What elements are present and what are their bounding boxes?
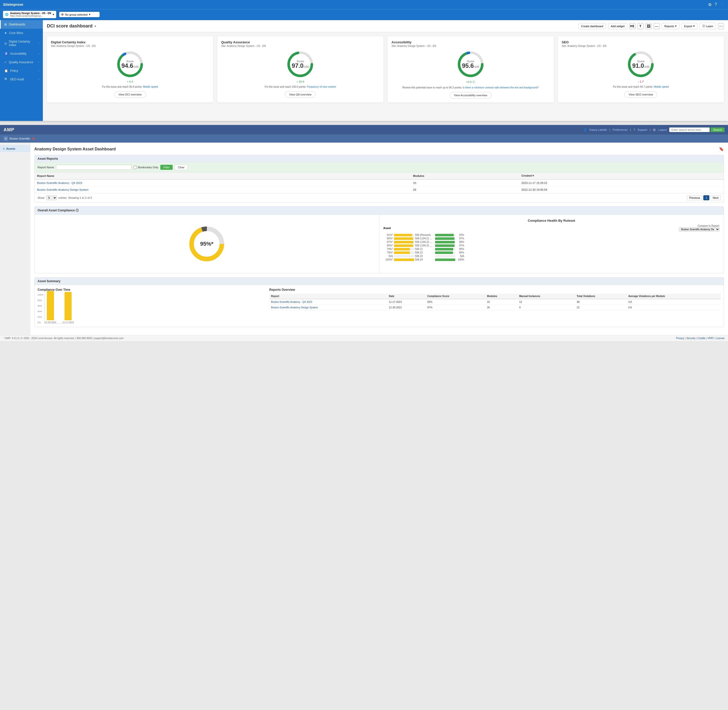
seo-score-label: Score 91.0/100 xyxy=(632,60,649,69)
bars-area: 12-30-2022 11-17-2023 xyxy=(44,293,74,324)
compliance-over-time: Compliance Over Time 100% 80% 60% 40% 20… xyxy=(35,285,266,327)
vpat-link[interactable]: VPAT xyxy=(707,337,713,340)
sidebar-item-qa[interactable]: ✓ Quality Assurance › xyxy=(0,58,43,66)
assets-icon: ≡ xyxy=(3,147,4,150)
accessibility-score-delta: +0.0 ⓘ xyxy=(466,80,475,84)
accessibility-card-site: Site: Anatomy Design System - US - EN xyxy=(391,45,436,47)
more-button[interactable]: ⋯ xyxy=(718,23,724,29)
t-button[interactable]: T xyxy=(637,23,644,29)
dci-card-title: Digital Certainty Index xyxy=(51,40,85,44)
settings-icon[interactable]: ⚙ xyxy=(708,2,712,7)
asset-summary-header: Asset Summary xyxy=(35,278,724,285)
seo-hint-link[interactable]: Mobile speed xyxy=(654,85,669,88)
filter-button[interactable]: Filter xyxy=(160,165,172,170)
amp-footer: * AMP: 9.51.0 | © 2005 - 2024 Level Acce… xyxy=(0,335,728,341)
assets-label: Assets xyxy=(6,147,15,150)
group-icon: ⊞ xyxy=(61,13,63,16)
compliance-info-icon[interactable]: ⓘ xyxy=(76,208,79,212)
user-icon[interactable]: 👤 xyxy=(720,2,725,7)
report-name-filter-input[interactable] xyxy=(56,165,132,170)
help-icon[interactable]: ? xyxy=(715,2,717,7)
amp-search-input[interactable] xyxy=(669,128,710,132)
credits-link[interactable]: Credits xyxy=(697,337,706,340)
sidebar-item-policy[interactable]: 📋 Policy › xyxy=(0,66,43,75)
site-selector[interactable]: 🌐 Anatomy Design System - US - EN https:… xyxy=(3,11,56,18)
accessibility-card-title: Accessibility xyxy=(391,40,412,44)
logout-link[interactable]: Logout xyxy=(658,128,667,131)
donut-container: 95%* xyxy=(38,219,375,269)
amp-sidebar-assets[interactable]: ≡ Assets xyxy=(0,145,30,152)
sidebar-label-core-wins: Core Wins xyxy=(9,31,39,35)
dash-button[interactable]: — xyxy=(654,23,660,29)
clear-button[interactable]: Clear xyxy=(175,164,188,170)
view-accessibility-overview-button[interactable]: View Accessibility overview xyxy=(450,92,491,98)
col-modules: Modules xyxy=(410,172,519,179)
learn-button[interactable]: ⓘ Learn xyxy=(700,23,716,29)
show-entries-select[interactable]: 5 10 25 xyxy=(46,195,57,200)
title-dropdown-icon[interactable]: ▾ xyxy=(94,25,96,28)
page-title-text: Anatomy Design System Asset Dashboard xyxy=(34,147,116,151)
asset-summary-section: Asset Summary Compliance Over Time 100% … xyxy=(34,277,724,327)
view-seo-overview-button[interactable]: View SEO overview xyxy=(624,91,657,98)
rov-col-modules: Modules xyxy=(485,293,518,299)
security-link[interactable]: Security xyxy=(687,337,696,340)
sidebar-item-dci[interactable]: ◎ Digital Certainty Index › xyxy=(0,37,43,49)
bookmarks-only-checkbox[interactable] xyxy=(134,166,137,169)
dci-score-delta: + 6.4 xyxy=(127,80,133,83)
support-link[interactable]: Support xyxy=(637,128,647,131)
amp-search-button[interactable]: Search xyxy=(710,128,725,132)
donut-chart: 95%* xyxy=(187,224,227,264)
preferences-link[interactable]: Preferences xyxy=(613,128,628,131)
amp-company-bookmark[interactable]: 🔖 xyxy=(32,137,35,140)
sidebar-item-seo[interactable]: 🔍 SEO Audit › xyxy=(0,75,43,84)
create-dashboard-button[interactable]: Create dashboard xyxy=(578,23,606,29)
compare-to-report: Compare to Report: Boston Scientific Ana… xyxy=(679,224,720,232)
user-name-link[interactable]: Kasey Labelle xyxy=(590,128,607,131)
accessibility-hint-link[interactable]: Is there a minimum contrast ratio betwee… xyxy=(463,86,539,89)
list-item: Boston Scientific Anatomy Design System … xyxy=(269,305,721,310)
compliance-two-col: 95%* Compliance Health By Ruleset Asset … xyxy=(35,215,724,273)
export-dropdown-icon: ▾ xyxy=(693,25,695,28)
amp-company-item: ≡ Boston Scientific 🔖 xyxy=(3,136,35,141)
page-bookmark-icon[interactable]: 🔖 xyxy=(719,147,724,151)
view-qa-overview-button[interactable]: View QA overview xyxy=(285,91,316,98)
group-selector[interactable]: ⊞ No group selected ▾ xyxy=(59,12,100,17)
view-dci-overview-button[interactable]: View DCI overview xyxy=(114,91,146,98)
asset-label: Asset xyxy=(384,226,391,230)
h1-button[interactable]: H1 xyxy=(629,23,635,29)
export-button[interactable]: Export ▾ xyxy=(681,23,697,29)
y-axis: 100% 80% 60% 40% 20% 0% xyxy=(38,293,44,324)
reports-overview-title: Reports Overview xyxy=(269,288,721,292)
reports-button[interactable]: Reports ▾ xyxy=(662,23,679,29)
export-label: Export xyxy=(684,25,692,28)
qa-hint-link[interactable]: Frequency of new content xyxy=(307,85,336,88)
dci-score-circle: Score 94.6/100 xyxy=(116,50,144,78)
previous-page-button[interactable]: Previous xyxy=(687,195,702,200)
site-name: Anatomy Design System - US - EN xyxy=(10,12,51,15)
sidebar-item-accessibility[interactable]: ♿ Accessibility › xyxy=(0,49,43,58)
ruleset-row-item: 100%* 508.24 100% xyxy=(384,258,720,261)
license-link[interactable]: License xyxy=(716,337,725,340)
sidebar-item-core-wins[interactable]: ★ Core Wins xyxy=(0,29,43,37)
report-name-filter-label: Report Name xyxy=(38,166,54,169)
compare-report-select[interactable]: Boston Scientific Anatomy De xyxy=(679,227,720,232)
sidebar-item-dashboards[interactable]: ⊞ Dashboards xyxy=(0,20,43,29)
chart-title: Compliance Over Time xyxy=(38,288,263,292)
dci-hint-link[interactable]: Mobile speed xyxy=(143,85,158,88)
si-subbar: 🌐 Anatomy Design System - US - EN https:… xyxy=(0,9,728,20)
rov-col-violations: Total Violations xyxy=(575,293,627,299)
reports-overview: Reports Overview Report Date Compliance … xyxy=(266,285,724,327)
amp-page-title: Anatomy Design System Asset Dashboard 🔖 xyxy=(34,147,724,151)
dci-card-hint: Fix this issue and reach 95.8 points: Mo… xyxy=(102,85,158,89)
si-toolbar-right: Create dashboard Add widget H1 T 🖼 — Rep… xyxy=(578,23,724,29)
show-label: Show xyxy=(38,196,45,199)
add-widget-button[interactable]: Add widget xyxy=(608,23,627,29)
amp-topbar-right: 👤 Kasey Labelle | Preferences | ? Suppor… xyxy=(584,128,725,132)
bar-2022-label: 12-30-2022 xyxy=(45,321,56,324)
amp-topbar: AMP 👤 Kasey Labelle | Preferences | ? Su… xyxy=(0,125,728,135)
next-page-button[interactable]: Next xyxy=(710,195,721,200)
image-button[interactable]: 🖼 xyxy=(646,23,652,29)
page-1-button[interactable]: 1 xyxy=(703,195,709,200)
privacy-link[interactable]: Privacy xyxy=(676,337,684,340)
accessibility-icon: ♿ xyxy=(4,52,8,56)
